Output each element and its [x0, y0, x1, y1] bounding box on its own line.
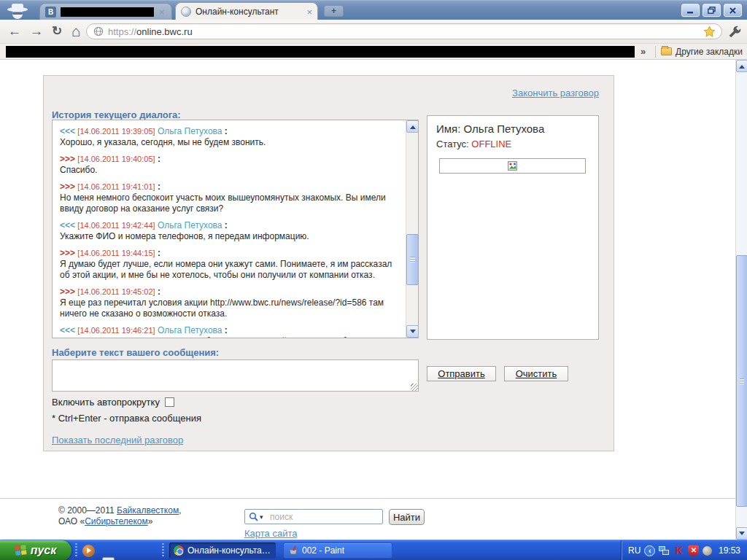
sitemap-link[interactable]: Карта сайта — [244, 528, 297, 539]
bookmarks-overflow-icon[interactable]: » — [640, 46, 646, 57]
message-text: Укажите ФИО и номера телефонов, я переда… — [60, 231, 401, 242]
tab-close-icon[interactable]: × — [159, 7, 165, 17]
page-scrollbar[interactable] — [735, 60, 747, 540]
status-badge: OFFLINE — [471, 139, 511, 149]
minimize-button[interactable] — [681, 4, 700, 17]
chat-message: <<< [14.06.2011 19:39:05] Ольга Петухова… — [60, 126, 401, 148]
scroll-down-icon[interactable] — [736, 527, 747, 540]
window-controls — [681, 4, 742, 17]
chat-card: Закончить разговор История текущего диал… — [43, 75, 614, 451]
incoming-marker: <<< — [60, 220, 77, 230]
message-text: Хорошо, я указала, сегодня, мы не будем … — [60, 137, 401, 148]
home-icon[interactable]: ⌂ — [67, 23, 85, 40]
media-player-icon[interactable] — [82, 545, 95, 557]
search-icon: ▾ — [249, 511, 268, 522]
search-dropdown-icon[interactable]: ▾ — [260, 513, 263, 521]
autoscroll-checkbox[interactable] — [165, 397, 174, 407]
outgoing-marker: >>> — [60, 182, 77, 192]
outgoing-marker: >>> — [60, 248, 77, 258]
scrollbar-thumb[interactable] — [736, 255, 747, 507]
task-online-consultant[interactable]: Онлайн-консультан... — [169, 542, 276, 559]
autoscroll-row: Включить автопрокрутку — [52, 397, 174, 408]
network-icon[interactable] — [659, 545, 670, 556]
scroll-down-icon[interactable] — [406, 325, 419, 338]
back-icon[interactable]: ← — [6, 23, 23, 40]
send-button[interactable]: Отправить — [427, 366, 496, 381]
message-text: Спасибо. — [60, 165, 401, 176]
message-timestamp: [14.06.2011 19:45:02] — [77, 287, 155, 296]
clear-button[interactable]: Очистить — [504, 366, 568, 381]
operator-info-panel: Имя: Ольга Петухова Статус: OFFLINE — [427, 115, 599, 340]
other-bookmarks-button[interactable]: Другие закладки — [676, 47, 743, 57]
operator-status: Статус: OFFLINE — [436, 139, 589, 149]
bookmarks-bar: » Другие закладки — [0, 44, 747, 60]
autoscroll-label: Включить автопрокрутку — [52, 397, 160, 408]
quicklaunch-grip[interactable] — [75, 543, 77, 558]
message-sender: Ольга Петухова — [155, 220, 222, 230]
company2-link[interactable]: Сибирьтелеком — [85, 516, 148, 526]
site-favicon — [181, 7, 191, 17]
tab-close-icon[interactable]: × — [306, 7, 312, 17]
outgoing-marker: >>> — [60, 287, 77, 297]
show-desktop-icon[interactable] — [102, 557, 115, 560]
scroll-up-icon[interactable] — [736, 60, 747, 72]
clock[interactable]: 19:53 — [719, 545, 740, 556]
broken-image-icon — [508, 161, 517, 171]
chat-messages: <<< [14.06.2011 19:39:05] Ольга Петухова… — [53, 120, 406, 338]
censored-tab-title — [61, 7, 154, 17]
bookmark-star-icon[interactable] — [703, 26, 716, 38]
find-button[interactable]: Найти — [389, 509, 425, 525]
message-sender: Ольга Петухова — [155, 325, 222, 335]
task-paint[interactable]: 002 - Paint — [283, 542, 392, 559]
folder-icon — [661, 47, 672, 55]
close-button[interactable] — [724, 4, 742, 17]
message-sender: Ольга Петухова — [155, 126, 222, 136]
language-indicator[interactable]: RU — [628, 545, 640, 556]
wrench-menu-icon[interactable] — [727, 25, 742, 39]
browser-toolbar: ← → ↻ ⌂ https://online.bwc.ru — [0, 20, 747, 44]
security-alert-icon[interactable]: ✕ — [688, 545, 699, 556]
scrollbar-thumb[interactable] — [406, 234, 419, 285]
tab-censored[interactable]: В × — [39, 3, 172, 20]
chat-message: >>> [14.06.2011 19:45:02] :Я еще раз пер… — [60, 287, 401, 319]
incoming-marker: <<< — [60, 126, 77, 136]
new-tab-button[interactable]: + — [324, 5, 344, 17]
chat-scrollbar[interactable] — [406, 120, 418, 338]
kaspersky-icon[interactable]: K — [673, 545, 684, 556]
restore-button[interactable] — [703, 4, 721, 17]
chat-message: <<< [14.06.2011 19:46:21] Ольга Петухова… — [60, 325, 401, 338]
windows-logo-icon — [15, 545, 27, 557]
tray-chevron-icon[interactable]: ‹ — [644, 545, 655, 556]
company1-link[interactable]: Байкалвестком — [117, 505, 179, 516]
chat-message: >>> [14.06.2011 19:41:01] :Но меня немно… — [60, 182, 401, 214]
message-text: Я думаю будет лучше, если номера они ука… — [60, 259, 401, 281]
message-timestamp: [14.06.2011 19:40:05] — [77, 155, 155, 163]
web-page: Закончить разговор История текущего диал… — [0, 60, 747, 540]
start-button[interactable]: пуск — [0, 540, 71, 560]
scroll-up-icon[interactable] — [406, 120, 419, 133]
incoming-marker: <<< — [60, 325, 77, 335]
message-input[interactable] — [52, 359, 419, 392]
chat-message: >>> [14.06.2011 19:44:15] :Я думаю будет… — [60, 248, 401, 281]
tab-title: Онлайн-консультант — [196, 7, 301, 17]
chat-history-box: <<< [14.06.2011 19:39:05] Ольга Петухова… — [52, 120, 419, 338]
message-timestamp: [14.06.2011 19:42:44] — [77, 221, 155, 230]
message-text: Александр. Ваши знакомые могут обратитьс… — [60, 336, 401, 338]
end-conversation-link[interactable]: Закончить разговор — [512, 88, 599, 98]
textarea-resize-handle[interactable] — [411, 384, 418, 391]
bookmarks-separator — [655, 46, 656, 58]
ctrl-enter-hint: * Ctrl+Enter - отправка сообщения — [52, 413, 201, 424]
address-bar[interactable]: https://online.bwc.ru — [86, 23, 722, 39]
operator-name: Имя: Ольга Петухова — [436, 122, 589, 135]
reload-icon[interactable]: ↻ — [48, 23, 66, 40]
tray-app-icon[interactable] — [703, 546, 712, 556]
browser-titlebar: В × Онлайн-консультант × + — [0, 0, 747, 20]
message-timestamp: [14.06.2011 19:46:21] — [77, 326, 155, 335]
forward-icon[interactable]: → — [28, 23, 45, 40]
screen: В × Онлайн-консультант × + — [0, 0, 747, 560]
tab-online-consultant[interactable]: Онлайн-консультант × — [175, 2, 318, 20]
url-text: https://online.bwc.ru — [108, 26, 193, 37]
show-last-conversation-link[interactable]: Показать последний разговор — [52, 435, 183, 446]
taskbar-grip[interactable] — [162, 543, 164, 558]
system-tray: RU ‹ K ✕ 19:53 — [622, 540, 747, 560]
